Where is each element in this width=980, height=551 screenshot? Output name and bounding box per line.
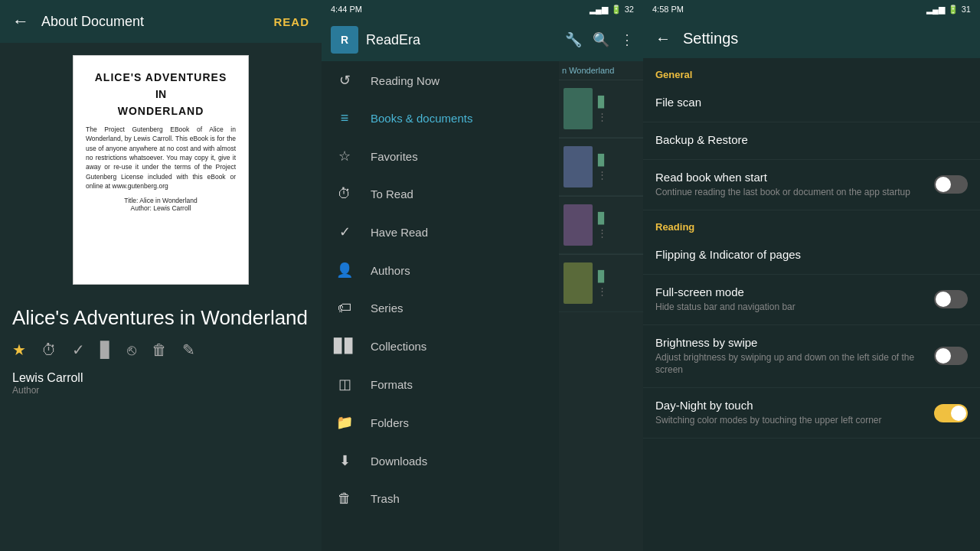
- about-document-panel: ← About Document READ ALICE'S ADVENTURES…: [0, 0, 322, 551]
- nav-list: ↺ Reading Now ≡ Books & documents ☆ Favo…: [322, 61, 559, 551]
- settings-item-brightness[interactable]: Brightness by swipe Adjust brightness by…: [643, 325, 980, 389]
- settings-panel: 4:58 PM ▂▄▆ 🔋 31 ← Settings General File…: [643, 0, 980, 551]
- brightness-toggle[interactable]: [934, 347, 968, 365]
- sidebar-item-favorites[interactable]: ☆ Favorites: [322, 137, 559, 175]
- have-read-icon: ✓: [334, 223, 355, 240]
- author-section: Lewis Carroll Author: [0, 367, 322, 400]
- sidebar-item-reading-now[interactable]: ↺ Reading Now: [322, 61, 559, 99]
- book-cover: ALICE'S ADVENTURES IN WONDERLAND The Pro…: [73, 55, 249, 285]
- author-name: Lewis Carroll: [12, 371, 309, 385]
- nav-label-favorites: Favorites: [371, 150, 547, 163]
- sidebar-item-trash[interactable]: 🗑 Trash: [322, 480, 559, 517]
- have-read-icon[interactable]: ✓: [72, 341, 85, 359]
- section-label-reading: Reading: [643, 210, 980, 237]
- book-cover-title1: ALICE'S ADVENTURES: [95, 71, 227, 83]
- nav-label-authors: Authors: [371, 264, 547, 277]
- sidebar-item-formats[interactable]: ◫ Formats: [322, 365, 559, 403]
- settings-item-file-scan[interactable]: File scan: [643, 85, 980, 122]
- sidebar-item-have-read[interactable]: ✓ Have Read: [322, 213, 559, 251]
- sidebar-item-folders[interactable]: 📁 Folders: [322, 403, 559, 442]
- more-icon[interactable]: ⋮: [620, 31, 634, 48]
- delete-icon[interactable]: 🗑: [152, 341, 167, 359]
- settings-back-icon[interactable]: ←: [655, 30, 671, 47]
- book-item-3[interactable]: ▊ ⋮: [559, 197, 643, 254]
- favorite-icon[interactable]: ★: [12, 341, 26, 359]
- book-thumbnail-4: [564, 262, 593, 304]
- back-icon[interactable]: ←: [12, 11, 29, 31]
- app-bar: R ReadEra 🔧 🔍 ⋮: [322, 18, 643, 61]
- day-night-title: Day-Night by touch: [655, 399, 925, 412]
- book-more-icon-3[interactable]: ⋮: [597, 227, 607, 239]
- trash-icon: 🗑: [334, 491, 355, 507]
- book-thumbnail-2: [564, 146, 593, 187]
- full-screen-desc: Hide status bar and navigation bar: [655, 301, 925, 314]
- edit-icon[interactable]: ✎: [182, 341, 195, 359]
- sidebar-item-authors[interactable]: 👤 Authors: [322, 251, 559, 289]
- sidebar-item-series[interactable]: 🏷 Series: [322, 289, 559, 327]
- book-thumbnail-1: [564, 88, 593, 129]
- sidebar-item-to-read[interactable]: ⏱ To Read: [322, 175, 559, 213]
- day-night-toggle[interactable]: [934, 404, 968, 422]
- reading-now-icon: ↺: [334, 72, 355, 89]
- share-icon[interactable]: ⎋: [127, 341, 136, 359]
- brightness-desc: Adjust brightness by swiping up and down…: [655, 351, 925, 377]
- read-on-start-toggle[interactable]: [934, 175, 968, 194]
- page-title: About Document: [41, 14, 273, 30]
- book-bar-chart-icon-4: ▊: [598, 270, 606, 282]
- formats-icon: ◫: [334, 376, 355, 393]
- to-read-icon: ⏱: [334, 186, 355, 202]
- book-cover-in: IN: [155, 88, 166, 100]
- folders-icon: 📁: [334, 414, 355, 431]
- author-role: Author: [12, 385, 309, 396]
- favorites-icon: ☆: [334, 148, 355, 165]
- book-title-meta: Title: Alice in Wonderland Author: Lewis…: [124, 197, 197, 212]
- full-screen-title: Full-screen mode: [655, 285, 925, 298]
- reading-time-icon[interactable]: ⏱: [41, 341, 57, 359]
- book-title-large: Alice's Adventures in Wonderland: [0, 297, 322, 333]
- panel2-body: ↺ Reading Now ≡ Books & documents ☆ Favo…: [322, 61, 643, 551]
- navigation-panel: 4:44 PM ▂▄▆ 🔋 32 R ReadEra 🔧 🔍 ⋮ ↺ Readi…: [322, 0, 643, 551]
- settings-battery-icon: 🔋: [948, 5, 959, 15]
- book-bar-chart-icon: ▊: [598, 96, 606, 108]
- book-bar-chart-icon-3: ▊: [598, 212, 606, 224]
- author-label: Author:: [131, 204, 152, 212]
- book-thumbnail-3: [564, 204, 593, 246]
- filter-icon[interactable]: 🔧: [565, 31, 582, 48]
- settings-item-flipping[interactable]: Flipping & Indicator of pages: [643, 237, 980, 275]
- read-on-start-desc: Continue reading the last book or docume…: [655, 186, 925, 199]
- header-actions: 🔧 🔍 ⋮: [565, 31, 634, 48]
- book-more-icon-2[interactable]: ⋮: [597, 169, 607, 181]
- settings-item-backup-restore[interactable]: Backup & Restore: [643, 122, 980, 160]
- settings-item-full-screen[interactable]: Full-screen mode Hide status bar and nav…: [643, 275, 980, 325]
- nav-label-to-read: To Read: [371, 187, 547, 201]
- book-item-4[interactable]: ▊ ⋮: [559, 255, 643, 312]
- nav-label-collections: Collections: [371, 340, 547, 353]
- book-description: The Project Gutenberg EBook of Alice in …: [86, 125, 236, 191]
- backup-restore-title: Backup & Restore: [655, 133, 959, 146]
- sidebar-item-books-documents[interactable]: ≡ Books & documents: [322, 99, 559, 137]
- full-screen-toggle[interactable]: [934, 290, 968, 308]
- book-item-1[interactable]: ▊ ⋮: [559, 80, 643, 138]
- settings-battery-level: 31: [962, 5, 971, 14]
- search-icon[interactable]: 🔍: [593, 31, 609, 48]
- sidebar-item-collections[interactable]: ▊▊ Collections: [322, 327, 559, 365]
- panel1-header: ← About Document READ: [0, 0, 322, 43]
- book-more-icon-4[interactable]: ⋮: [597, 285, 607, 297]
- books-preview: n Wonderland ▊ ⋮ ▊ ⋮ ▊: [559, 61, 643, 551]
- battery-icon: 🔋: [611, 5, 622, 15]
- read-button[interactable]: READ: [273, 15, 309, 28]
- collections-icon[interactable]: ▊: [100, 341, 112, 359]
- book-item-2[interactable]: ▊ ⋮: [559, 139, 643, 196]
- settings-item-day-night[interactable]: Day-Night by touch Switching color modes…: [643, 388, 980, 439]
- nav-label-trash: Trash: [371, 492, 547, 505]
- flipping-title: Flipping & Indicator of pages: [655, 248, 959, 261]
- settings-item-read-on-start[interactable]: Read book when start Continue reading th…: [643, 160, 980, 210]
- settings-signal-icon: ▂▄▆: [926, 5, 945, 15]
- book-bar-chart-icon-2: ▊: [598, 154, 606, 166]
- nav-label-folders: Folders: [371, 416, 547, 429]
- downloads-icon: ⬇: [334, 452, 355, 469]
- title-label: Title:: [124, 197, 138, 204]
- sidebar-item-downloads[interactable]: ⬇ Downloads: [322, 442, 559, 480]
- nav-label-have-read: Have Read: [371, 226, 547, 239]
- book-more-icon-1[interactable]: ⋮: [597, 111, 607, 122]
